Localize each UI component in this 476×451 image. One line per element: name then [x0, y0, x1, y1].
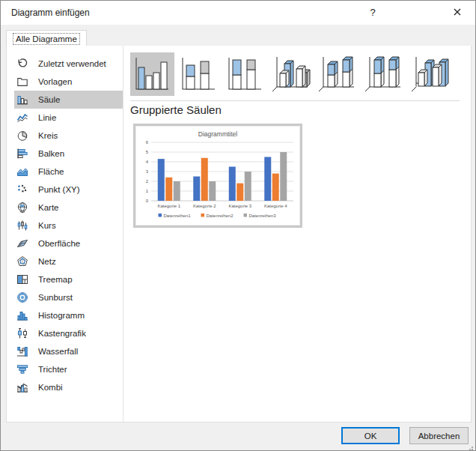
tab-label: Alle Diagramme [13, 34, 79, 44]
surface-chart-icon [16, 237, 28, 249]
sidebar-item-label: Zuletzt verwendet [38, 59, 106, 68]
thumbnail-separator [130, 100, 460, 101]
recent-icon [16, 58, 28, 70]
sidebar-item-label: Karte [38, 203, 59, 212]
sidebar-item-saeule[interactable]: Säule [14, 91, 123, 109]
dialog-content: Zuletzt verwendetVorlagenSäuleLinieKreis… [6, 46, 472, 423]
close-icon [454, 7, 461, 18]
insert-chart-dialog: Diagramm einfügen ? Alle Diagramme Zulet… [0, 0, 476, 451]
sidebar-item-label: Wasserfall [38, 347, 78, 356]
funnel-chart-icon [16, 363, 28, 375]
tab-strip: Alle Diagramme [1, 25, 475, 46]
svg-text:Kategorie 2: Kategorie 2 [193, 204, 216, 208]
sidebar-item-karte[interactable]: Karte [14, 199, 123, 217]
sunburst-chart-icon [16, 291, 28, 303]
scatter-chart-icon [16, 184, 28, 196]
sidebar-item-vorlagen[interactable]: Vorlagen [14, 73, 123, 91]
sidebar-item-label: Kreis [38, 131, 58, 140]
svg-text:5: 5 [146, 150, 149, 154]
clustered-column-3d-thumb[interactable] [269, 52, 314, 96]
sidebar-item-oberflaeche[interactable]: Oberfläche [14, 234, 123, 252]
clustered-column-thumb[interactable] [130, 52, 174, 96]
stock-chart-icon [16, 220, 28, 231]
cancel-button[interactable]: Abbrechen [409, 427, 469, 444]
templates-folder-icon [16, 76, 28, 88]
sidebar-item-punkt-xy[interactable]: Punkt (XY) [14, 181, 123, 199]
dialog-title: Diagramm einfügen [11, 1, 90, 25]
svg-text:1: 1 [146, 189, 149, 193]
svg-text:Diagrammtitel: Diagrammtitel [198, 130, 238, 138]
chart-subtype-pane: Gruppierte Säulen Diagrammtitel0123456Ka… [123, 46, 471, 422]
svg-text:4: 4 [146, 160, 149, 164]
sidebar-item-label: Säule [38, 95, 60, 104]
sidebar-item-label: Histogramm [38, 311, 85, 320]
resize-grip[interactable] [466, 443, 474, 450]
sidebar-item-kurs[interactable]: Kurs [14, 217, 123, 234]
sidebar-item-sunburst[interactable]: Sunburst [14, 288, 123, 306]
svg-text:0: 0 [146, 199, 149, 203]
sidebar-item-linie[interactable]: Linie [14, 109, 123, 127]
svg-text:Datenreihen2: Datenreihen2 [207, 214, 234, 218]
sidebar-item-kreis[interactable]: Kreis [14, 127, 123, 145]
sidebar-item-label: Kastengrafik [38, 329, 86, 338]
waterfall-chart-icon [16, 345, 28, 357]
sidebar-item-balken[interactable]: Balken [14, 145, 123, 163]
sidebar-item-netz[interactable]: Netz [14, 252, 123, 270]
bar-chart-icon [16, 148, 28, 160]
subtype-thumbnail-row [130, 52, 453, 96]
close-button[interactable] [445, 1, 469, 25]
sidebar-item-label: Kurs [38, 221, 56, 230]
map-chart-icon [16, 202, 28, 214]
sidebar-item-label: Netz [38, 257, 56, 266]
svg-text:6: 6 [146, 140, 149, 145]
stacked-100-column-3d-thumb[interactable] [362, 52, 406, 96]
svg-text:Datenreihen1: Datenreihen1 [164, 214, 192, 218]
sidebar-item-label: Kombi [38, 383, 63, 392]
column-chart-icon [16, 94, 28, 106]
boxplot-chart-icon [16, 327, 28, 339]
sidebar-item-label: Oberfläche [38, 239, 80, 248]
tab-alle-diagramme[interactable]: Alle Diagramme [6, 30, 87, 46]
sidebar-item-label: Sunburst [38, 293, 73, 302]
radar-chart-icon [16, 255, 28, 267]
svg-text:2: 2 [146, 179, 149, 184]
sidebar-item-wasserfall[interactable]: Wasserfall [14, 342, 123, 360]
sidebar-item-zuletzt-verwendet[interactable]: Zuletzt verwendet [14, 55, 123, 73]
help-button[interactable]: ? [361, 1, 385, 25]
sidebar-item-trichter[interactable]: Trichter [14, 360, 123, 378]
svg-text:3: 3 [146, 169, 149, 174]
sidebar-item-label: Treemap [38, 275, 73, 284]
treemap-chart-icon [16, 273, 28, 285]
sidebar-item-label: Balken [38, 149, 64, 158]
subtype-heading: Gruppierte Säulen [130, 103, 222, 116]
histogram-chart-icon [16, 309, 28, 321]
sidebar-item-label: Punkt (XY) [38, 185, 80, 194]
stacked-100-column-thumb[interactable] [223, 52, 267, 96]
sidebar-item-flaeche[interactable]: Fläche [14, 163, 123, 181]
sidebar-item-kombi[interactable]: Kombi [14, 378, 123, 396]
column-3d-thumb[interactable] [409, 52, 453, 96]
svg-text:Datenreihen3: Datenreihen3 [249, 214, 277, 218]
chart-preview[interactable]: Diagrammtitel0123456Kategorie 1Kategorie… [133, 124, 302, 228]
chart-type-list: Zuletzt verwendetVorlagenSäuleLinieKreis… [7, 46, 123, 422]
sidebar-item-kastengrafik[interactable]: Kastengrafik [14, 324, 123, 342]
stacked-column-thumb[interactable] [177, 52, 221, 96]
sidebar-item-treemap[interactable]: Treemap [14, 270, 123, 288]
svg-text:Kategorie 4: Kategorie 4 [264, 204, 287, 208]
stacked-column-3d-thumb[interactable] [316, 52, 360, 96]
footer-bar: OK Abbrechen [1, 423, 475, 451]
line-chart-icon [16, 112, 28, 124]
sidebar-item-label: Trichter [38, 365, 67, 374]
svg-text:Kategorie 1: Kategorie 1 [157, 204, 180, 208]
area-chart-icon [16, 166, 28, 178]
title-bar: Diagramm einfügen ? [1, 1, 475, 25]
sidebar-item-label: Vorlagen [38, 77, 72, 86]
ok-button[interactable]: OK [341, 427, 400, 444]
sidebar-item-label: Linie [38, 113, 56, 122]
combo-chart-icon [16, 381, 28, 393]
svg-text:Kategorie 3: Kategorie 3 [228, 204, 251, 208]
sidebar-item-label: Fläche [38, 167, 64, 176]
sidebar-item-histogramm[interactable]: Histogramm [14, 306, 123, 324]
pie-chart-icon [16, 130, 28, 142]
